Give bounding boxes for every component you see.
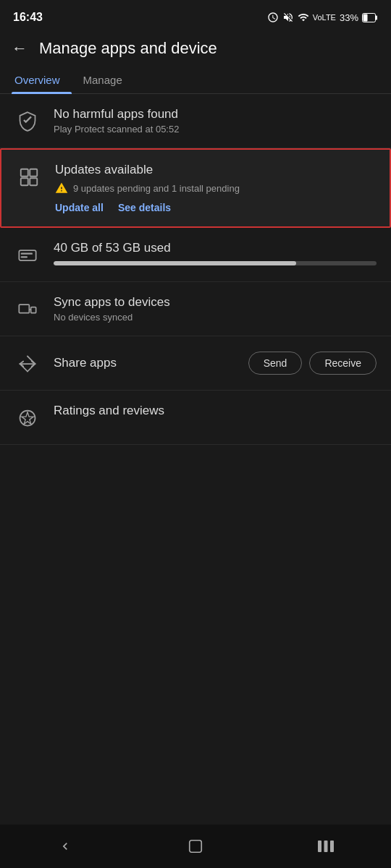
see-details-button[interactable]: See details [118, 202, 171, 213]
battery-text: 33% [340, 12, 358, 23]
svg-rect-18 [330, 841, 334, 852]
nav-bar [0, 825, 391, 868]
updates-pending-text: 9 updates pending and 1 install pending [73, 183, 240, 194]
receive-button[interactable]: Receive [309, 352, 377, 375]
shield-icon [14, 109, 41, 135]
update-all-button[interactable]: Update all [55, 202, 104, 213]
share-apps-icon [14, 351, 41, 377]
ratings-title: Ratings and reviews [54, 404, 377, 418]
back-button[interactable]: ← [12, 39, 28, 58]
sync-title: Sync apps to devices [54, 295, 377, 310]
share-apps-buttons: Send Receive [248, 352, 377, 375]
updates-body: Updates available 9 updates pending and … [55, 163, 375, 213]
status-bar: 16:43 VoLTE 33% [0, 0, 391, 32]
svg-rect-1 [376, 15, 378, 20]
tabs-bar: Overview Manage [0, 67, 391, 94]
sync-body: Sync apps to devices No devices synced [54, 295, 377, 323]
page-title: Manage apps and device [39, 39, 217, 58]
ratings-icon [14, 405, 41, 431]
play-protect-title: No harmful apps found [54, 107, 377, 122]
updates-title: Updates available [55, 163, 375, 177]
svg-rect-15 [190, 841, 202, 853]
header: ← Manage apps and device [0, 32, 391, 67]
sync-icon [14, 297, 41, 323]
updates-actions: Update all See details [55, 202, 375, 213]
share-apps-body: Share apps [54, 356, 235, 370]
wifi-icon [298, 12, 309, 23]
tab-overview[interactable]: Overview [12, 67, 72, 93]
nav-recent-button[interactable] [304, 832, 348, 861]
svg-rect-7 [30, 178, 37, 185]
svg-marker-3 [23, 116, 32, 124]
svg-rect-16 [318, 841, 321, 852]
signal-text: VoLTE [313, 13, 336, 22]
svg-rect-8 [19, 250, 35, 260]
status-icons: VoLTE 33% [267, 12, 378, 23]
nav-recent-icon [318, 841, 334, 852]
updates-available-item: Updates available 9 updates pending and … [0, 148, 391, 228]
svg-rect-17 [324, 841, 328, 852]
alarm-icon [267, 12, 279, 23]
nav-back-button[interactable] [43, 832, 87, 861]
sync-item: Sync apps to devices No devices synced [0, 282, 391, 336]
svg-rect-4 [21, 169, 28, 176]
svg-rect-2 [363, 14, 368, 21]
updates-pending-row: 9 updates pending and 1 install pending [55, 182, 375, 195]
svg-rect-6 [21, 178, 28, 185]
svg-rect-9 [21, 253, 33, 255]
content-area: No harmful apps found Play Protect scann… [0, 94, 391, 445]
storage-bar [54, 261, 377, 265]
tab-manage[interactable]: Manage [80, 67, 134, 93]
play-protect-item: No harmful apps found Play Protect scann… [0, 94, 391, 148]
storage-bar-fill [54, 261, 296, 265]
nav-home-icon [188, 838, 203, 854]
play-protect-body: No harmful apps found Play Protect scann… [54, 107, 377, 135]
svg-rect-5 [30, 169, 37, 176]
share-apps-title: Share apps [54, 356, 235, 370]
mute-icon [282, 12, 294, 23]
warning-icon [55, 182, 68, 195]
ratings-item: Ratings and reviews [0, 391, 391, 445]
storage-title: 40 GB of 53 GB used [54, 241, 377, 255]
ratings-body: Ratings and reviews [54, 404, 377, 420]
nav-back-icon [58, 839, 72, 854]
status-time: 16:43 [13, 11, 43, 24]
updates-icon [16, 164, 42, 190]
svg-rect-11 [19, 305, 29, 313]
share-apps-item: Share apps Send Receive [0, 336, 391, 391]
send-button[interactable]: Send [248, 352, 303, 375]
storage-body: 40 GB of 53 GB used [54, 241, 377, 265]
svg-rect-10 [21, 256, 28, 258]
nav-home-button[interactable] [174, 832, 217, 861]
battery-icon [362, 13, 378, 22]
storage-icon [14, 242, 41, 268]
play-protect-subtitle: Play Protect scanned at 05:52 [54, 124, 377, 135]
svg-rect-12 [31, 307, 36, 313]
storage-item: 40 GB of 53 GB used [0, 228, 391, 282]
sync-subtitle: No devices synced [54, 312, 377, 323]
